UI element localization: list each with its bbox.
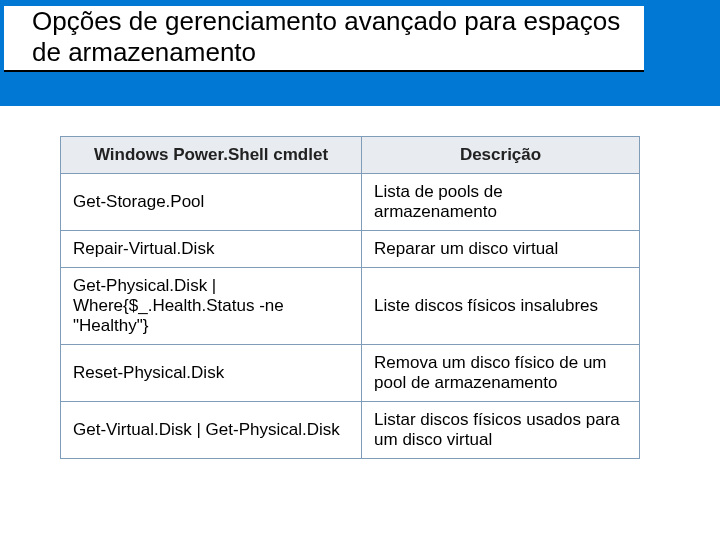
content: Windows Power.Shell cmdlet Descrição Get…	[0, 106, 720, 479]
table-row: Get-Physical.Disk | Where{$_.Health.Stat…	[61, 268, 640, 345]
table-header-row: Windows Power.Shell cmdlet Descrição	[61, 137, 640, 174]
cell-desc: Lista de pools de armazenamento	[362, 174, 640, 231]
cell-cmd: Get-Virtual.Disk | Get-Physical.Disk	[61, 402, 362, 459]
table-row: Get-Virtual.Disk | Get-Physical.Disk Lis…	[61, 402, 640, 459]
col-header-cmdlet: Windows Power.Shell cmdlet	[61, 137, 362, 174]
cell-desc: Remova um disco físico de um pool de arm…	[362, 345, 640, 402]
table-row: Reset-Physical.Disk Remova um disco físi…	[61, 345, 640, 402]
cell-cmd: Get-Physical.Disk | Where{$_.Health.Stat…	[61, 268, 362, 345]
cell-cmd: Get-Storage.Pool	[61, 174, 362, 231]
header-accent	[0, 72, 720, 106]
cell-cmd: Reset-Physical.Disk	[61, 345, 362, 402]
cell-desc: Reparar um disco virtual	[362, 231, 640, 268]
cmdlet-table: Windows Power.Shell cmdlet Descrição Get…	[60, 136, 640, 459]
table-row: Repair-Virtual.Disk Reparar um disco vir…	[61, 231, 640, 268]
table-row: Get-Storage.Pool Lista de pools de armaz…	[61, 174, 640, 231]
col-header-desc: Descrição	[362, 137, 640, 174]
header: Opções de gerenciamento avançado para es…	[0, 0, 720, 106]
cell-cmd: Repair-Virtual.Disk	[61, 231, 362, 268]
cell-desc: Listar discos físicos usados para um dis…	[362, 402, 640, 459]
page-title: Opções de gerenciamento avançado para es…	[4, 6, 644, 72]
cell-desc: Liste discos físicos insalubres	[362, 268, 640, 345]
